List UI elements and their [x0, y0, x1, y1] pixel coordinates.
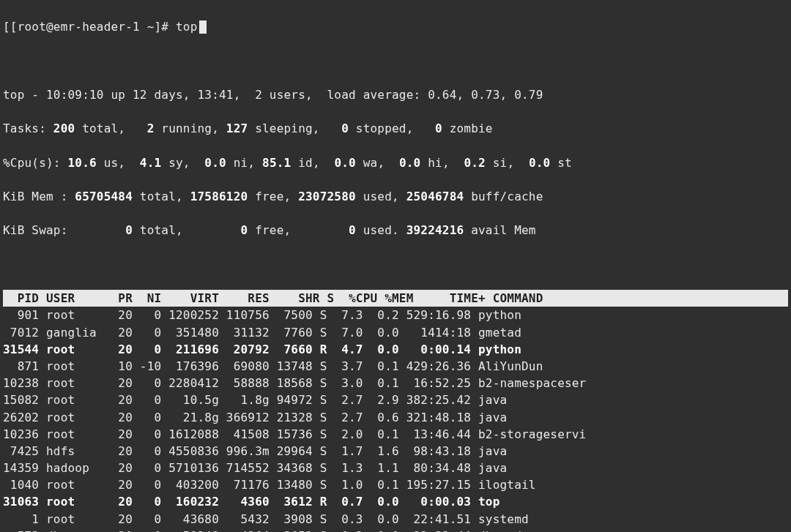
shell-prompt: [[root@emr-header-1 ~]# top — [3, 18, 788, 35]
terminal-output[interactable]: [[root@emr-header-1 ~]# top top - 10:09:… — [0, 0, 791, 532]
process-row: 14359 hadoop 20 0 5710136 714552 34368 S… — [3, 460, 788, 476]
top-swap-line: KiB Swap: 0 total, 0 free, 0 used. 39224… — [3, 222, 788, 239]
process-row: 901 root 20 0 1200252 110756 7500 S 7.3 … — [3, 307, 788, 323]
process-row: 15082 root 20 0 10.5g 1.8g 94972 S 2.7 2… — [3, 391, 788, 408]
process-row: 10238 root 20 0 2280412 58888 18568 S 3.… — [3, 375, 788, 391]
top-summary-line1: top - 10:09:10 up 12 days, 13:41, 2 user… — [3, 86, 788, 103]
process-row: 7425 hdfs 20 0 4550836 996.3m 29964 S 1.… — [3, 443, 788, 460]
process-row: 1 root 20 0 43680 5432 3908 S 0.3 0.0 22… — [3, 511, 788, 528]
process-row: 573 dbus 20 0 58248 4264 3652 S 0.3 0.0 … — [3, 528, 788, 532]
process-row: 871 root 10 -10 176396 69080 13748 S 3.7… — [3, 358, 788, 375]
top-cpu-line: %Cpu(s): 10.6 us, 4.1 sy, 0.0 ni, 85.1 i… — [3, 154, 788, 171]
process-row: 31063 root 20 0 160232 4360 3612 R 0.7 0… — [3, 493, 788, 510]
process-row: 10236 root 20 0 1612088 41508 15736 S 2.… — [3, 426, 788, 443]
blank-line — [3, 53, 788, 70]
column-header: PID USER PR NI VIRT RES SHR S %CPU %MEM … — [3, 290, 788, 307]
process-list: 901 root 20 0 1200252 110756 7500 S 7.3 … — [3, 307, 788, 532]
process-row: 1040 root 20 0 403200 71176 13480 S 1.0 … — [3, 476, 788, 493]
process-row: 7012 ganglia 20 0 351480 31132 7760 S 7.… — [3, 324, 788, 341]
blank-line2 — [3, 256, 788, 273]
process-row: 31544 root 20 0 211696 20792 7660 R 4.7 … — [3, 341, 788, 358]
top-mem-line: KiB Mem : 65705484 total, 17586120 free,… — [3, 188, 788, 205]
process-row: 26202 root 20 0 21.8g 366912 21328 S 2.7… — [3, 409, 788, 426]
cursor-icon — [199, 20, 207, 34]
top-tasks-line: Tasks: 200 total, 2 running, 127 sleepin… — [3, 120, 788, 137]
